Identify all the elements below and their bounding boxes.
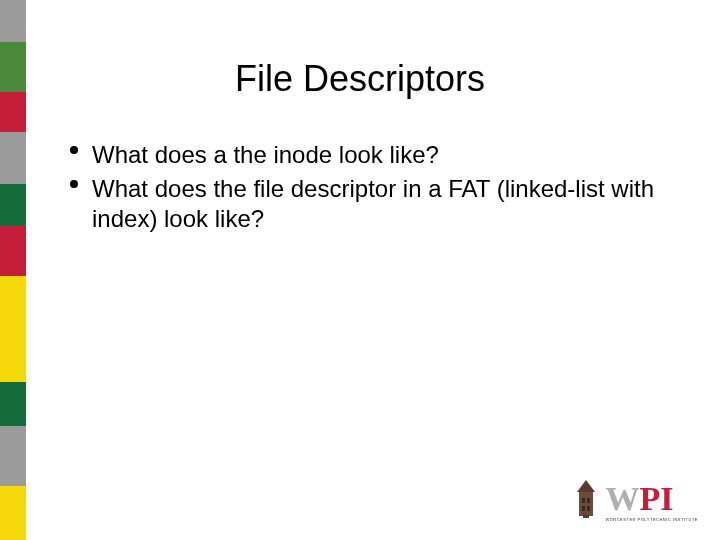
logo-letters: W P I	[605, 482, 698, 516]
logo-letter-w: W	[605, 482, 639, 516]
svg-rect-4	[587, 506, 590, 511]
stripe-7	[0, 322, 26, 382]
logo-subtitle: WORCESTER POLYTECHNIC INSTITUTE	[605, 517, 698, 522]
logo-letter-p: P	[639, 482, 660, 516]
slide: File Descriptors What does a the inode l…	[0, 0, 720, 540]
logo-text-block: W P I WORCESTER POLYTECHNIC INSTITUTE	[605, 482, 698, 522]
stripe-5	[0, 226, 26, 276]
list-item: What does a the inode look like?	[70, 140, 660, 170]
stripe-10	[0, 486, 26, 540]
wpi-logo: W P I WORCESTER POLYTECHNIC INSTITUTE	[573, 478, 698, 522]
svg-rect-1	[582, 498, 585, 503]
bullet-icon	[70, 180, 78, 188]
svg-rect-0	[579, 492, 593, 516]
stripe-0	[0, 0, 26, 42]
logo-letter-i: I	[660, 482, 673, 516]
svg-rect-2	[587, 498, 590, 503]
svg-rect-6	[583, 514, 589, 518]
bullet-text: What does the file descriptor in a FAT (…	[92, 174, 660, 234]
svg-rect-3	[582, 506, 585, 511]
stripe-3	[0, 132, 26, 184]
slide-title: File Descriptors	[0, 58, 720, 100]
stripe-8	[0, 382, 26, 426]
stripe-9	[0, 426, 26, 486]
bullet-icon	[70, 146, 78, 154]
bullet-text: What does a the inode look like?	[92, 140, 439, 170]
tower-icon	[573, 478, 599, 522]
list-item: What does the file descriptor in a FAT (…	[70, 174, 660, 234]
bullet-list: What does a the inode look like? What do…	[70, 140, 660, 238]
stripe-4	[0, 184, 26, 226]
stripe-6	[0, 276, 26, 322]
svg-marker-5	[577, 480, 595, 492]
